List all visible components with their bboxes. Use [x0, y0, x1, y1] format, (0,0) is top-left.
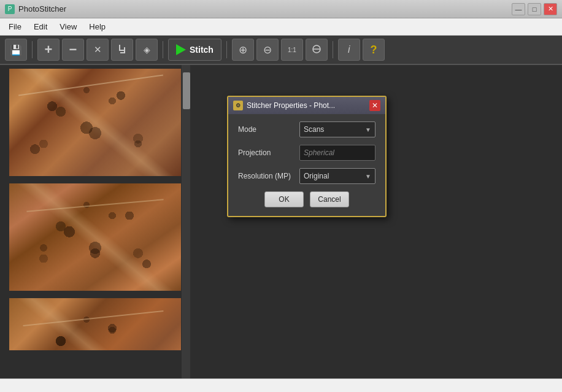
menu-file[interactable]: File [2, 20, 28, 34]
thumbnail-image-3 [9, 298, 181, 350]
scrollbar-track [182, 65, 190, 379]
minus-icon: − [69, 42, 77, 58]
right-panel: ⚙ Stitcher Properties - Phot... ✕ Mode S… [190, 65, 562, 379]
menu-bar: File Edit View Help [0, 18, 562, 36]
thumbnail-image-1 [9, 69, 181, 176]
dialog-body: Mode Scans ▼ Projection Spherical [228, 114, 385, 216]
image-panel [0, 65, 190, 379]
title-bar: P PhotoStitcher — □ ✕ [0, 0, 562, 18]
resolution-dropdown[interactable]: Original ▼ [299, 168, 375, 184]
toolbar-separator-2 [163, 41, 163, 58]
crop-button[interactable] [111, 39, 133, 61]
mode-value: Scans [304, 125, 365, 134]
add-button[interactable]: + [37, 39, 60, 61]
dialog-buttons: OK Cancel [238, 191, 375, 207]
maximize-button[interactable]: □ [528, 3, 541, 15]
resolution-value: Original [304, 172, 365, 180]
resolution-dropdown-arrow: ▼ [365, 173, 371, 180]
dialog-icon: ⚙ [233, 101, 243, 110]
toolbar-separator-3 [226, 41, 227, 58]
projection-label: Projection [238, 148, 299, 157]
zoom-100-button[interactable]: 1:1 [281, 39, 303, 61]
plus-icon: + [45, 42, 53, 58]
projection-row: Projection Spherical [238, 145, 375, 161]
help-icon: ? [370, 44, 377, 56]
zoom-in-button[interactable]: ⊕ [232, 39, 254, 61]
toolbar-separator-4 [333, 41, 333, 58]
projection-value: Spherical [304, 148, 334, 157]
mode-dropdown-arrow: ▼ [365, 126, 371, 133]
dialog-title-bar[interactable]: ⚙ Stitcher Properties - Phot... ✕ [228, 97, 385, 114]
app-icon: P [5, 4, 15, 14]
zoom-fit-icon [311, 44, 322, 56]
zoom-fit-button[interactable] [306, 39, 328, 61]
window-controls: — □ ✕ [512, 3, 557, 15]
stitch-button[interactable]: Stitch [168, 39, 221, 61]
image-thumbnail-2[interactable] [9, 183, 181, 291]
main-content: ⚙ Stitcher Properties - Phot... ✕ Mode S… [0, 65, 562, 379]
image-thumbnail-3[interactable] [9, 298, 181, 350]
fill-button[interactable]: ◈ [136, 39, 158, 61]
delete-button[interactable]: ✕ [87, 39, 109, 61]
thumbnail-image-2 [9, 183, 181, 291]
menu-help[interactable]: Help [83, 20, 112, 34]
zoom-100-icon: 1:1 [288, 47, 296, 53]
fill-icon: ◈ [144, 45, 150, 55]
ok-button[interactable]: OK [264, 191, 304, 207]
info-icon: i [348, 44, 350, 55]
cross-icon: ✕ [94, 44, 102, 55]
menu-edit[interactable]: Edit [28, 20, 53, 34]
remove-button[interactable]: − [62, 39, 84, 61]
close-button[interactable]: ✕ [544, 3, 557, 15]
resolution-label: Resolution (MP) [238, 172, 299, 180]
properties-dialog: ⚙ Stitcher Properties - Phot... ✕ Mode S… [227, 96, 387, 217]
stitch-label: Stitch [190, 45, 214, 55]
projection-field: Spherical [299, 145, 375, 161]
resolution-row: Resolution (MP) Original ▼ [238, 168, 375, 184]
zoom-out-button[interactable]: ⊖ [256, 39, 279, 61]
help-button[interactable]: ? [363, 39, 385, 61]
mode-row: Mode Scans ▼ [238, 121, 375, 137]
dialog-title-content: ⚙ Stitcher Properties - Phot... [233, 101, 335, 110]
play-icon [176, 44, 186, 55]
dialog-title-text: Stitcher Properties - Phot... [247, 101, 335, 110]
save-icon: 💾 [10, 44, 22, 56]
info-button[interactable]: i [338, 39, 360, 61]
toolbar-separator-1 [32, 41, 33, 58]
dialog-icon-text: ⚙ [236, 102, 241, 109]
zoom-out-icon: ⊖ [263, 44, 272, 56]
minimize-button[interactable]: — [512, 3, 525, 15]
image-thumbnail-1[interactable] [9, 69, 181, 176]
dialog-close-button[interactable]: ✕ [369, 100, 380, 111]
mode-dropdown[interactable]: Scans ▼ [299, 121, 375, 137]
save-button[interactable]: 💾 [5, 39, 27, 61]
cancel-button[interactable]: Cancel [310, 191, 349, 207]
zoom-in-icon: ⊕ [239, 44, 247, 56]
svg-rect-3 [120, 52, 125, 53]
scrollbar-thumb[interactable] [183, 72, 190, 109]
menu-view[interactable]: View [53, 20, 83, 34]
mode-label: Mode [238, 125, 299, 134]
toolbar: 💾 + − ✕ ◈ Stitch ⊕ ⊖ 1:1 [0, 36, 562, 65]
status-bar [0, 379, 562, 392]
title-bar-left: P PhotoStitcher [5, 4, 66, 14]
window-title: PhotoStitcher [18, 4, 66, 13]
crop-icon [117, 44, 128, 56]
modal-overlay: ⚙ Stitcher Properties - Phot... ✕ Mode S… [190, 65, 562, 379]
